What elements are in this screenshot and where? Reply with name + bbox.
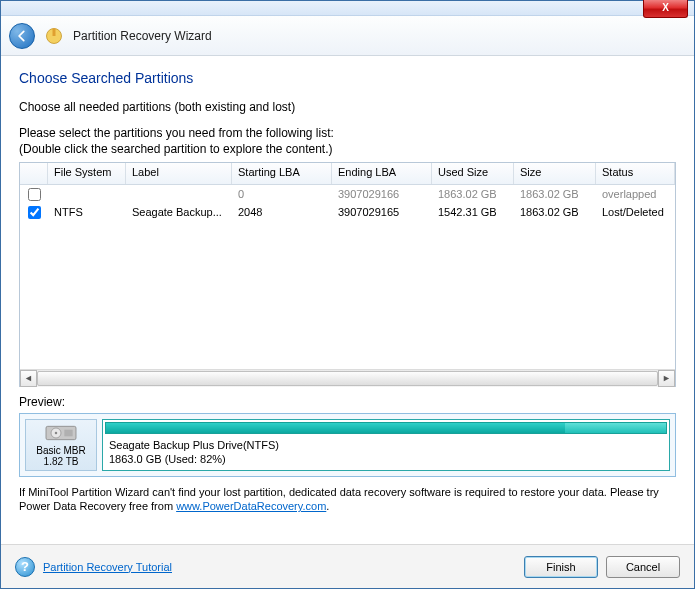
wizard-window: X Partition Recovery Wizard Choose Searc… [0,0,695,589]
recovery-link[interactable]: www.PowerDataRecovery.com [176,500,326,512]
finish-button[interactable]: Finish [524,556,598,578]
preview-box: Basic MBR 1.82 TB Seagate Backup Plus Dr… [19,413,676,477]
svg-rect-1 [53,28,56,36]
back-button[interactable] [9,23,35,49]
disk-summary[interactable]: Basic MBR 1.82 TB [25,419,97,471]
disk-name: Basic MBR [36,445,85,456]
cell-filesystem: NTFS [48,206,126,218]
svg-rect-5 [64,430,72,437]
partition-preview[interactable]: Seagate Backup Plus Drive(NTFS) 1863.0 G… [102,419,670,471]
cancel-button[interactable]: Cancel [606,556,680,578]
instruction-1: Choose all needed partitions (both exist… [19,100,676,114]
close-icon: X [662,2,669,13]
note-text: If MiniTool Partition Wizard can't find … [19,486,659,512]
cell-size: 1863.02 GB [514,188,596,200]
col-header-used-size[interactable]: Used Size [432,163,514,184]
col-header-ending-lba[interactable]: Ending LBA [332,163,432,184]
row-checkbox[interactable] [28,206,41,219]
cell-ending-lba: 3907029165 [332,206,432,218]
col-header-status[interactable]: Status [596,163,675,184]
help-icon[interactable]: ? [15,557,35,577]
hard-disk-icon [44,423,78,443]
partition-info: Seagate Backup Plus Drive(NTFS) 1863.0 G… [103,436,669,468]
col-header-label[interactable]: Label [126,163,232,184]
app-icon [45,27,63,45]
disk-size: 1.82 TB [44,456,79,467]
preview-label: Preview: [19,395,676,409]
header-title: Partition Recovery Wizard [73,29,212,43]
instruction-2: Please select the partitions you need fr… [19,126,676,140]
col-header-filesystem[interactable]: File System [48,163,126,184]
usage-bar-used [106,423,565,433]
scroll-track[interactable] [37,370,658,387]
horizontal-scrollbar[interactable]: ◄ ► [20,369,675,386]
cell-size: 1863.02 GB [514,206,596,218]
scroll-left-arrow[interactable]: ◄ [20,370,37,387]
close-button[interactable]: X [643,0,688,18]
cell-label: Seagate Backup... [126,206,232,218]
partitions-grid: File System Label Starting LBA Ending LB… [19,162,676,387]
table-row[interactable]: NTFS Seagate Backup... 2048 3907029165 1… [20,203,675,221]
cell-status: Lost/Deleted [596,206,675,218]
grid-body: 0 3907029166 1863.02 GB 1863.02 GB overl… [20,185,675,369]
row-checkbox[interactable] [28,188,41,201]
partition-name: Seagate Backup Plus Drive(NTFS) [109,438,663,452]
usage-bar [105,422,667,434]
cell-status: overlapped [596,188,675,200]
cell-used-size: 1863.02 GB [432,188,514,200]
content-area: Choose Searched Partitions Choose all ne… [1,56,694,544]
cell-ending-lba: 3907029166 [332,188,432,200]
col-header-checkbox[interactable] [20,163,48,184]
recovery-note: If MiniTool Partition Wizard can't find … [19,485,676,513]
col-header-starting-lba[interactable]: Starting LBA [232,163,332,184]
titlebar: X [1,1,694,16]
cell-starting-lba: 2048 [232,206,332,218]
instruction-3: (Double click the searched partition to … [19,142,676,156]
arrow-left-icon [15,29,29,43]
partition-usage: 1863.0 GB (Used: 82%) [109,452,663,466]
scroll-thumb[interactable] [37,371,658,386]
header-bar: Partition Recovery Wizard [1,16,694,56]
svg-point-4 [55,432,58,435]
note-text-end: . [326,500,329,512]
scroll-right-arrow[interactable]: ► [658,370,675,387]
col-header-size[interactable]: Size [514,163,596,184]
cell-starting-lba: 0 [232,188,332,200]
grid-header: File System Label Starting LBA Ending LB… [20,163,675,185]
tutorial-link[interactable]: Partition Recovery Tutorial [43,561,172,573]
table-row[interactable]: 0 3907029166 1863.02 GB 1863.02 GB overl… [20,185,675,203]
cell-used-size: 1542.31 GB [432,206,514,218]
page-title: Choose Searched Partitions [19,70,676,86]
footer-bar: ? Partition Recovery Tutorial Finish Can… [1,544,694,588]
